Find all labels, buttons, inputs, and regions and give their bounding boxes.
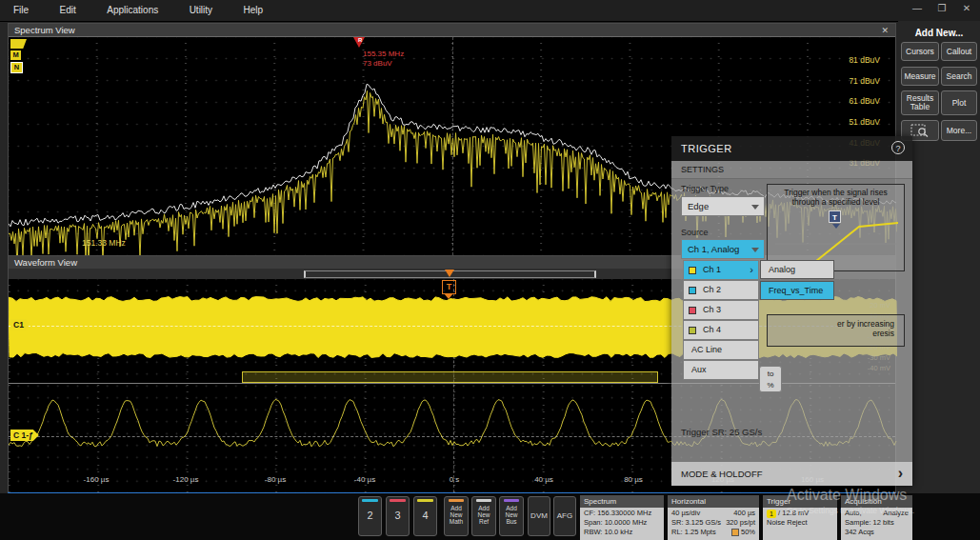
trigger-sample-rate: Trigger SR: 25 GS/s bbox=[681, 427, 762, 437]
marker-level: 73 dBuV bbox=[363, 59, 392, 68]
cursors-button[interactable]: Cursors bbox=[901, 42, 939, 61]
ch1-freq-trace-badge[interactable]: C 1-ƒ bbox=[10, 430, 39, 441]
menu-edit[interactable]: Edit bbox=[47, 1, 90, 19]
minimize-icon[interactable]: — bbox=[911, 3, 923, 13]
trigger-dialog-body: Trigger Type Edge Trigger when the signa… bbox=[671, 179, 912, 462]
submenu-freq-vs-time[interactable]: Freq_vs_Time bbox=[760, 281, 834, 300]
ch1-color-swatch bbox=[689, 267, 696, 274]
max-hold-trace-badge[interactable]: M bbox=[10, 50, 21, 60]
ch4-color-stripe bbox=[417, 499, 432, 502]
edge-hint-graphic bbox=[768, 185, 904, 270]
noise-reject: Noise Reject bbox=[767, 518, 833, 528]
spectrum-close-icon[interactable]: ✕ bbox=[878, 24, 891, 37]
add-new-bus-button[interactable]: AddNewBus bbox=[499, 496, 524, 536]
source-dropdown[interactable]: Ch 1, Analog bbox=[681, 239, 765, 259]
ch3-button[interactable]: 3 bbox=[386, 496, 410, 536]
add-new-title: Add New... bbox=[898, 28, 980, 38]
menu-applications[interactable]: Applications bbox=[93, 1, 171, 19]
source-value: Ch 1, Analog bbox=[688, 244, 739, 254]
waveform-view-title: Waveform View bbox=[14, 257, 77, 268]
source-option-aux[interactable]: Aux bbox=[683, 360, 759, 380]
trigger-level: 12.8 mV bbox=[782, 509, 809, 517]
trigger-badge-title: Trigger bbox=[763, 495, 837, 508]
menu-help[interactable]: Help bbox=[230, 1, 277, 19]
trigger-indicator-icon[interactable]: T bbox=[442, 280, 456, 294]
more-button[interactable]: More... bbox=[941, 120, 977, 141]
ch1-waveform-badge[interactable]: C1 bbox=[10, 319, 30, 330]
source-option-label: Ch 2 bbox=[703, 285, 721, 294]
source-option-ch3[interactable]: Ch 3 bbox=[683, 300, 759, 320]
trigger-type-value: Edge bbox=[688, 201, 709, 211]
source-option-acline[interactable]: AC Line bbox=[683, 340, 759, 360]
chevron-right-icon: › bbox=[898, 462, 903, 484]
edge-hint-box: Trigger when the signal rises through a … bbox=[767, 184, 905, 271]
time-axis-label: -120 µs bbox=[165, 475, 207, 484]
submenu-analog[interactable]: Analog bbox=[760, 260, 834, 279]
trigger-badge[interactable]: Trigger 1 / 12.8 mV Noise Reject bbox=[763, 495, 837, 540]
spectrum-start-frequency: 151.33 MHz bbox=[82, 238, 126, 248]
spectrum-view-header[interactable]: Spectrum View ✕ bbox=[9, 24, 895, 37]
math-color-stripe bbox=[449, 499, 465, 502]
set-to-percent-button[interactable]: to % bbox=[759, 366, 782, 392]
status-bar: Ch 1 10 mV/div 10 dBuV/div 500 MHz Bw Ch… bbox=[0, 493, 980, 540]
spectrum-badge[interactable]: Spectrum CF: 156.330000 MHz Span: 10.000… bbox=[580, 495, 664, 540]
trigger-position-marker-icon[interactable] bbox=[445, 270, 454, 277]
trigger-dialog-title[interactable]: TRIGGER bbox=[671, 136, 912, 161]
source-option-label: Ch 1 bbox=[703, 265, 721, 274]
maximize-icon[interactable]: ❐ bbox=[936, 3, 948, 13]
percent-label: % bbox=[760, 380, 781, 391]
menu-file[interactable]: File bbox=[0, 1, 42, 19]
search-button[interactable]: Search bbox=[941, 67, 977, 86]
time-axis-label: -80 µs bbox=[254, 475, 296, 484]
source-option-ch4[interactable]: Ch 4 bbox=[683, 320, 759, 340]
source-option-ch1[interactable]: Ch 1 › bbox=[683, 260, 759, 280]
ch4-color-swatch bbox=[689, 327, 696, 334]
time-axis-label: -160 µs bbox=[75, 475, 117, 484]
menu-utility[interactable]: Utility bbox=[176, 1, 226, 19]
afg-label: AFG bbox=[554, 511, 575, 520]
help-icon[interactable]: ? bbox=[891, 141, 905, 154]
ch4-button[interactable]: 4 bbox=[413, 496, 437, 536]
add-new-ref-button[interactable]: AddNewRef bbox=[471, 496, 496, 536]
normal-trace-badge[interactable]: N bbox=[10, 62, 23, 73]
ch2-button[interactable]: 2 bbox=[358, 496, 382, 536]
reference-marker-label: R bbox=[358, 37, 362, 43]
mode-holdoff-section[interactable]: MODE & HOLDOFF › bbox=[671, 462, 912, 486]
time-axis-label: -40 µs bbox=[344, 475, 386, 484]
tab-settings[interactable]: SETTINGS bbox=[671, 161, 912, 179]
afg-button[interactable]: AFG bbox=[553, 496, 576, 536]
add-new-math-button[interactable]: AddNewMath bbox=[444, 496, 469, 536]
zoom-region-box[interactable] bbox=[242, 371, 658, 383]
close-icon[interactable]: ✕ bbox=[961, 3, 972, 13]
chevron-down-icon bbox=[751, 248, 759, 252]
spectrum-axis-label: 51 dBuV bbox=[849, 117, 880, 127]
trigger-source-chip: 1 bbox=[767, 510, 776, 518]
horizontal-badge[interactable]: Horizontal 40 µs/div400 µs SR: 3.125 GS/… bbox=[668, 495, 759, 540]
ref-color-stripe bbox=[476, 499, 492, 502]
source-option-label: Aux bbox=[691, 365, 707, 374]
submenu-arrow-icon: › bbox=[750, 261, 753, 279]
ch4-label: 4 bbox=[414, 510, 436, 521]
source-option-label: Ch 3 bbox=[703, 305, 721, 314]
callout-button[interactable]: Callout bbox=[941, 42, 977, 61]
acq-count: 342 Acqs bbox=[845, 528, 909, 537]
marker-frequency: 155.35 MHz bbox=[363, 50, 404, 58]
spectrum-badge-title: Spectrum bbox=[580, 495, 664, 508]
window-controls: — ❐ ✕ bbox=[911, 3, 972, 13]
measure-button[interactable]: Measure bbox=[901, 67, 939, 86]
acquisition-badge[interactable]: Acquisition Auto,Analyze Sample: 12 bits… bbox=[841, 495, 912, 540]
source-label: Source bbox=[681, 228, 709, 237]
to-label: to bbox=[760, 369, 781, 380]
results-table-button[interactable]: Results Table bbox=[901, 90, 939, 115]
plot-button[interactable]: Plot bbox=[941, 90, 977, 115]
span: Span: 10.0000 MHz bbox=[584, 518, 660, 528]
source-option-ch2[interactable]: Ch 2 bbox=[683, 280, 759, 300]
chevron-down-icon bbox=[751, 205, 759, 210]
ch3-color-stripe bbox=[390, 499, 405, 502]
slope-icon: / bbox=[778, 509, 780, 517]
trigger-dialog: TRIGGER ? SETTINGS Trigger Type Edge Tri… bbox=[671, 136, 912, 486]
mode-holdoff-label: MODE & HOLDOFF bbox=[681, 469, 763, 479]
dvm-button[interactable]: DVM bbox=[528, 496, 550, 536]
source-option-label: AC Line bbox=[691, 345, 722, 354]
trigger-type-dropdown[interactable]: Edge bbox=[681, 196, 765, 216]
